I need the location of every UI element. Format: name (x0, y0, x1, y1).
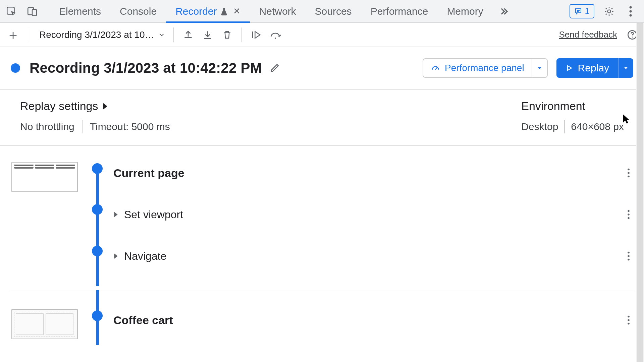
inspect-element-icon[interactable] (5, 5, 18, 18)
svg-point-7 (275, 38, 276, 39)
export-icon[interactable] (201, 28, 214, 41)
replay-main[interactable]: Replay (556, 58, 618, 78)
svg-point-19 (628, 316, 630, 318)
environment-heading: Environment (521, 100, 624, 113)
tab-label: Network (259, 6, 296, 17)
svg-point-21 (628, 323, 630, 325)
svg-point-6 (630, 14, 632, 16)
tabstrip-right: 1 (570, 4, 641, 18)
caret-right-icon (113, 253, 120, 259)
tab-sources[interactable]: Sources (306, 0, 361, 22)
tab-label: Console (120, 6, 157, 17)
timeout-value: Timeout: 5000 ms (90, 121, 170, 132)
step-col: Current page Set viewport Navigate (113, 162, 635, 280)
gear-icon[interactable] (602, 5, 616, 18)
tab-memory[interactable]: Memory (437, 0, 492, 22)
chevron-down-icon (158, 31, 165, 39)
kebab-icon[interactable] (624, 5, 637, 18)
scrollbar[interactable] (636, 23, 644, 362)
new-recording-button[interactable]: ＋ (5, 25, 21, 44)
caret-right-icon (113, 212, 120, 218)
throttling-value: No throttling (20, 121, 74, 132)
step-kebab-icon[interactable] (623, 208, 635, 221)
edit-title-icon[interactable] (269, 63, 280, 73)
step-kebab-icon[interactable] (623, 314, 635, 326)
svg-point-15 (628, 217, 630, 219)
svg-point-5 (630, 10, 632, 12)
svg-point-4 (630, 6, 632, 8)
message-icon (574, 7, 582, 15)
recording-title: Recording 3/1/2023 at 10:42:22 PM (30, 60, 262, 76)
step-title: Current page (113, 167, 184, 180)
delete-icon[interactable] (221, 28, 233, 41)
device-toggle-icon[interactable] (25, 5, 39, 18)
record-dot-icon (11, 63, 20, 73)
tab-network[interactable]: Network (250, 0, 306, 22)
settings-row: Replay settings No throttling Timeout: 5… (0, 89, 644, 146)
tab-overflow[interactable] (493, 0, 515, 22)
step-label: Set viewport (124, 208, 183, 221)
divider (29, 27, 29, 42)
recording-title-row: Recording 3/1/2023 at 10:42:22 PM Perfor… (0, 47, 644, 89)
caret-down-icon (536, 65, 543, 71)
svg-point-20 (628, 319, 630, 321)
replay-settings-toggle[interactable]: Replay settings (20, 100, 170, 113)
close-tab-icon[interactable]: ✕ (233, 6, 240, 16)
performance-panel-label: Performance panel (445, 63, 524, 73)
recording-dropdown[interactable]: Recording 3/1/2023 at 10… (39, 29, 165, 40)
svg-point-3 (607, 10, 610, 13)
thumb-col (9, 162, 80, 280)
recording-dropdown-label: Recording 3/1/2023 at 10… (39, 29, 154, 40)
performance-panel-dropdown[interactable] (532, 59, 547, 77)
step-thumbnail[interactable] (11, 309, 78, 339)
tab-label: Recorder (175, 6, 217, 17)
step-title: Coffee cart (113, 314, 173, 327)
step-group: Current page Set viewport Navigate (9, 162, 635, 286)
environment-section: Environment Desktop 640×608 px (521, 100, 624, 133)
svg-point-13 (628, 210, 630, 212)
step-kebab-icon[interactable] (623, 167, 635, 179)
send-feedback-link[interactable]: Send feedback (559, 29, 617, 40)
svg-point-18 (628, 259, 630, 261)
gauge-icon (431, 63, 440, 73)
svg-point-17 (628, 255, 630, 257)
issues-count: 1 (585, 6, 590, 16)
tab-label: Elements (59, 6, 101, 17)
tab-elements[interactable]: Elements (50, 0, 110, 22)
tab-label: Memory (447, 6, 483, 17)
env-viewport: 640×608 px (571, 121, 624, 132)
timeline (88, 162, 105, 280)
divider (82, 120, 83, 133)
tab-recorder[interactable]: Recorder ✕ (166, 0, 250, 22)
env-device: Desktop (521, 121, 558, 132)
step-kebab-icon[interactable] (623, 250, 635, 262)
divider (173, 27, 174, 42)
performance-panel-button: Performance panel (423, 58, 548, 78)
step-group: Coffee cart (9, 290, 635, 345)
tabstrip-left-icons (3, 5, 45, 18)
performance-panel-main[interactable]: Performance panel (423, 59, 532, 77)
replay-dropdown[interactable] (618, 58, 633, 78)
scrollbar-thumb[interactable] (637, 23, 643, 362)
step-thumbnail[interactable] (11, 162, 78, 192)
step-over-icon[interactable] (269, 28, 282, 41)
tab-label: Sources (315, 6, 352, 17)
svg-rect-2 (32, 9, 37, 15)
panel-tabs: Elements Console Recorder ✕ Network Sour… (50, 0, 515, 22)
caret-down-icon (623, 65, 629, 71)
svg-point-9 (632, 37, 633, 38)
tab-performance[interactable]: Performance (361, 0, 438, 22)
svg-point-10 (628, 169, 630, 171)
step-row[interactable]: Set viewport (113, 204, 635, 225)
caret-right-icon (102, 103, 108, 110)
import-icon[interactable] (182, 28, 195, 41)
thumb-col (9, 309, 80, 339)
divider (241, 27, 242, 42)
step-row[interactable]: Current page (113, 163, 635, 183)
step-row[interactable]: Coffee cart (113, 310, 635, 330)
step-row[interactable]: Navigate (113, 246, 635, 266)
tab-console[interactable]: Console (110, 0, 166, 22)
step-play-icon[interactable] (250, 28, 263, 41)
environment-values: Desktop 640×608 px (521, 120, 624, 133)
issues-badge[interactable]: 1 (570, 4, 594, 18)
